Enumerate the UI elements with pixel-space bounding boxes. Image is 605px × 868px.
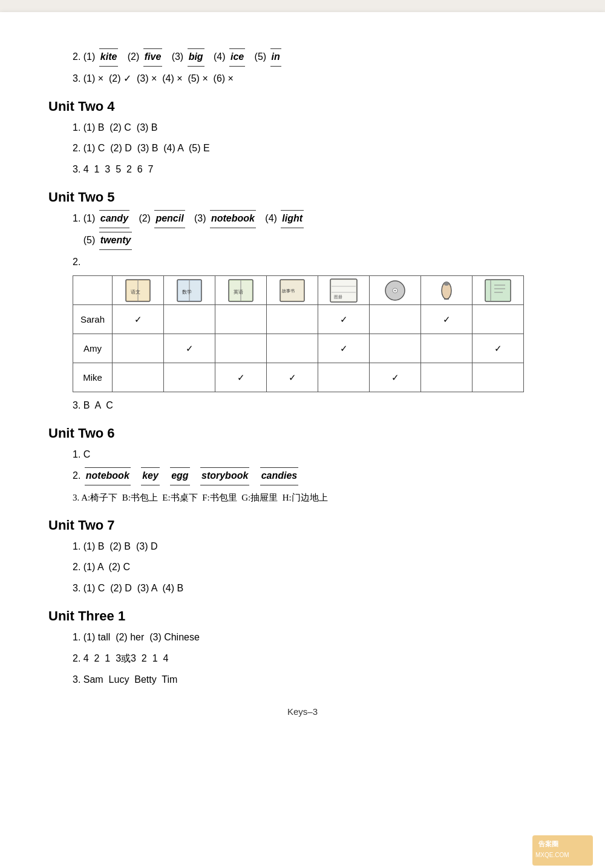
word-five: five	[143, 48, 163, 67]
table-header-pen	[421, 276, 473, 305]
amy-label: Amy	[73, 334, 113, 363]
table-header-sketchbook	[473, 276, 524, 305]
svg-text:数学: 数学	[182, 289, 192, 295]
line2-sep4: (5)	[249, 51, 269, 62]
svg-text:故事书: 故事书	[282, 289, 295, 294]
svg-text:图册: 图册	[334, 295, 342, 299]
mike-album	[318, 363, 370, 392]
unit-two-5-section: Unit Two 5 1. (1) candy (2) pencil (3) n…	[48, 189, 557, 415]
sarah-album: ✓	[318, 305, 370, 334]
sarah-chinese: ✓	[113, 305, 164, 334]
unit-three-1-line2: 2. 4 2 1 3或3 2 1 4	[73, 650, 557, 668]
svg-point-24	[444, 282, 449, 286]
table-row-amy: Amy ✓ ✓ ✓	[73, 334, 524, 363]
unit-two-6-line3: 3. A:椅子下 B:书包上 E:书桌下 F:书包里 G:抽屉里 H:门边地上	[73, 489, 557, 507]
word-ice: ice	[229, 48, 245, 67]
table-header-cd	[370, 276, 421, 305]
top-section: 2. (1) kite (2) five (3) big (4) ice (5)…	[48, 48, 557, 88]
unit-two-7-line1: 1. (1) B (2) B (3) D	[73, 538, 557, 556]
line2-sep1: (2)	[122, 51, 142, 62]
unit-three-1-line3: 3. Sam Lucy Betty Tim	[73, 671, 557, 689]
unit-two-5-title: Unit Two 5	[48, 189, 557, 205]
svg-rect-26	[485, 280, 511, 301]
table-row-mike: Mike ✓ ✓ ✓	[73, 363, 524, 392]
amy-pen	[421, 334, 473, 363]
table-header-math: 数学	[164, 276, 215, 305]
sarah-english	[215, 305, 267, 334]
amy-english	[215, 334, 267, 363]
amy-sketchbook: ✓	[473, 334, 524, 363]
word-pencil: pencil	[154, 210, 185, 228]
word-light: light	[281, 210, 304, 228]
unit-three-1-section: Unit Three 1 1. (1) tall (2) her (3) Chi…	[48, 608, 557, 688]
amy-chinese	[113, 334, 164, 363]
mike-cd: ✓	[370, 363, 421, 392]
unit-two-5-line3: 3. B A C	[73, 397, 557, 415]
unit-two-4-line1: 1. (1) B (2) C (3) B	[73, 119, 557, 137]
word-candies: candies	[260, 467, 299, 485]
line3-text: 3. (1) × (2) ✓ (3) × (4) × (5) × (6) ×	[73, 73, 234, 84]
word-candy: candy	[99, 210, 129, 228]
mike-chinese	[113, 363, 164, 392]
table-header-english: 英语	[215, 276, 267, 305]
sarah-pen: ✓	[421, 305, 473, 334]
mike-sketchbook	[473, 363, 524, 392]
unit-two-4-line3: 3. 4 1 3 5 2 6 7	[73, 161, 557, 179]
sarah-math	[164, 305, 215, 334]
table-header-album: 图册	[318, 276, 370, 305]
unit-two-6-line1: 1. C	[73, 446, 557, 464]
word-kite: kite	[99, 48, 119, 67]
unit-two-6-section: Unit Two 6 1. C 2. notebook key egg stor…	[48, 426, 557, 506]
page: 2. (1) kite (2) five (3) big (4) ice (5)…	[0, 12, 605, 868]
unit-three-1-line1: 1. (1) tall (2) her (3) Chinese	[73, 629, 557, 646]
unit-two-6-line2: 2. notebook key egg storybook candies	[73, 467, 557, 485]
table-header-chinese: 语文	[113, 276, 164, 305]
mike-label: Mike	[73, 363, 113, 392]
word-in: in	[270, 48, 281, 67]
word-big: big	[188, 48, 204, 67]
amy-storybook	[267, 334, 318, 363]
mike-math	[164, 363, 215, 392]
table-header-empty	[73, 276, 113, 305]
word-egg: egg	[170, 467, 189, 485]
unit-two-4-line2: 2. (1) C (2) D (3) B (4) A (5) E	[73, 140, 557, 157]
amy-math: ✓	[164, 334, 215, 363]
bag-table: 语文 数学 英语	[73, 275, 524, 392]
footer-label: Keys–3	[287, 706, 318, 717]
table-header-storybook: 故事书	[267, 276, 318, 305]
word-storybook: storybook	[200, 467, 249, 485]
mike-pen	[421, 363, 473, 392]
line-3: 3. (1) × (2) ✓ (3) × (4) × (5) × (6) ×	[73, 70, 557, 88]
watermark: 告案圈 MXQE.COM	[532, 835, 593, 868]
amy-cd	[370, 334, 421, 363]
word-notebook: notebook	[210, 210, 256, 228]
word-key: key	[141, 467, 160, 485]
sarah-storybook	[267, 305, 318, 334]
unit-two-7-section: Unit Two 7 1. (1) B (2) B (3) D 2. (1) A…	[48, 518, 557, 597]
word-notebook-2: notebook	[85, 467, 131, 485]
table-header-row: 语文 数学 英语	[73, 276, 524, 305]
mike-english: ✓	[215, 363, 267, 392]
unit-two-7-line3: 3. (1) C (2) D (3) A (4) B	[73, 580, 557, 597]
footer: Keys–3	[48, 706, 557, 717]
unit-two-4-title: Unit Two 4	[48, 99, 557, 114]
sarah-sketchbook	[473, 305, 524, 334]
line-2: 2. (1) kite (2) five (3) big (4) ice (5)…	[73, 48, 557, 67]
line2-sep3: (4)	[208, 51, 228, 62]
unit-two-7-line2: 2. (1) A (2) C	[73, 559, 557, 576]
unit-two-4-section: Unit Two 4 1. (1) B (2) C (3) B 2. (1) C…	[48, 99, 557, 179]
unit-two-6-title: Unit Two 6	[48, 426, 557, 441]
mike-storybook: ✓	[267, 363, 318, 392]
unit-two-6-chinese: 3. A:椅子下 B:书包上 E:书桌下 F:书包里 G:抽屉里 H:门边地上	[73, 493, 328, 502]
unit-three-1-title: Unit Three 1	[48, 608, 557, 624]
unit-two-7-title: Unit Two 7	[48, 518, 557, 533]
word-twenty: twenty	[99, 232, 132, 250]
unit-two-5-line2-label: 2.	[73, 254, 557, 271]
table-row-sarah: Sarah ✓ ✓ ✓	[73, 305, 524, 334]
line2-label: 2. (1)	[73, 51, 98, 62]
svg-text:告案圈: 告案圈	[538, 840, 558, 847]
svg-text:英语: 英语	[234, 289, 243, 295]
svg-point-22	[394, 289, 396, 291]
line2-sep2: (3)	[166, 51, 186, 62]
amy-album: ✓	[318, 334, 370, 363]
